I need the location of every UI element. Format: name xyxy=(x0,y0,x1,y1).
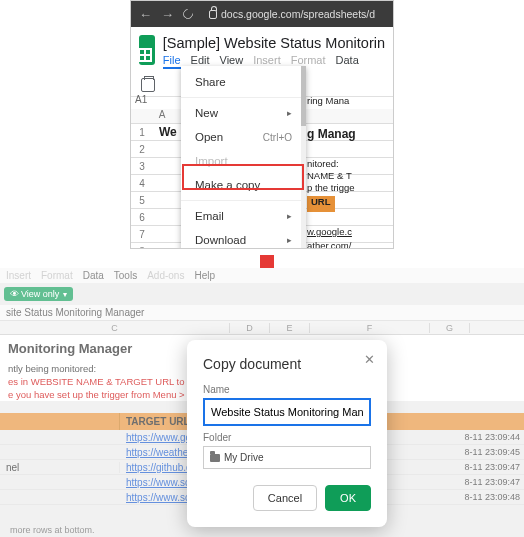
peek-text: p the trigge xyxy=(307,182,355,193)
print-icon[interactable] xyxy=(141,78,155,92)
peek-link[interactable]: w.google.c xyxy=(307,226,352,237)
peek-text: g Manag xyxy=(307,127,356,141)
menu-item-new[interactable]: New xyxy=(181,101,306,125)
menu-item-open[interactable]: OpenCtrl+O xyxy=(181,125,306,149)
menu-data[interactable]: Data xyxy=(336,54,359,69)
top-screenshot-panel: ← → docs.google.com/spreadsheets/d [Samp… xyxy=(0,0,524,255)
lock-icon xyxy=(209,10,217,19)
folder-selector[interactable]: My Drive xyxy=(203,446,371,469)
peek-url-header: URL xyxy=(307,196,335,212)
peek-text: ring Mana xyxy=(307,95,349,106)
document-title[interactable]: [Sample] Website Status Monitorin xyxy=(163,35,385,51)
menu-item-make-copy[interactable]: Make a copy xyxy=(181,173,306,197)
sheets-logo-icon[interactable] xyxy=(139,35,155,65)
menu-item-email[interactable]: Email xyxy=(181,204,306,228)
cell-reference[interactable]: A1 xyxy=(135,94,147,105)
bottom-screenshot-panel: Insert Format Data Tools Add-ons Help Vi… xyxy=(0,268,524,537)
peek-link[interactable]: ather.com/ xyxy=(307,240,351,249)
peek-text: nitored: xyxy=(307,158,339,169)
url-text: docs.google.com/spreadsheets/d xyxy=(221,8,375,20)
file-menu-dropdown: Share New OpenCtrl+O Import Make a copy … xyxy=(181,66,306,249)
folder-label: Folder xyxy=(203,432,371,443)
browser-window: ← → docs.google.com/spreadsheets/d [Samp… xyxy=(130,0,394,249)
cell-a1[interactable]: We xyxy=(159,125,177,139)
back-icon[interactable]: ← xyxy=(139,7,151,22)
folder-icon xyxy=(210,454,220,462)
menu-item-download[interactable]: Download xyxy=(181,228,306,249)
menu-file[interactable]: File xyxy=(163,54,181,69)
dialog-title: Copy document xyxy=(203,356,371,372)
sheets-header: [Sample] Website Status Monitorin File E… xyxy=(131,27,393,69)
forward-icon[interactable]: → xyxy=(161,7,173,22)
name-label: Name xyxy=(203,384,371,395)
address-bar[interactable]: docs.google.com/spreadsheets/d xyxy=(209,8,375,20)
cancel-button[interactable]: Cancel xyxy=(253,485,317,511)
close-icon[interactable]: ✕ xyxy=(364,352,375,367)
copy-document-dialog: Copy document ✕ Name Folder My Drive Can… xyxy=(187,340,387,527)
dropdown-scrollbar[interactable] xyxy=(301,66,306,249)
reload-icon[interactable] xyxy=(181,7,195,21)
menu-item-share[interactable]: Share xyxy=(181,70,306,94)
ok-button[interactable]: OK xyxy=(325,485,371,511)
col-header-a[interactable]: A xyxy=(153,109,171,120)
menu-item-import: Import xyxy=(181,149,306,173)
browser-toolbar: ← → docs.google.com/spreadsheets/d xyxy=(131,1,393,27)
document-name-input[interactable] xyxy=(203,398,371,426)
peek-text: NAME & T xyxy=(307,170,352,181)
